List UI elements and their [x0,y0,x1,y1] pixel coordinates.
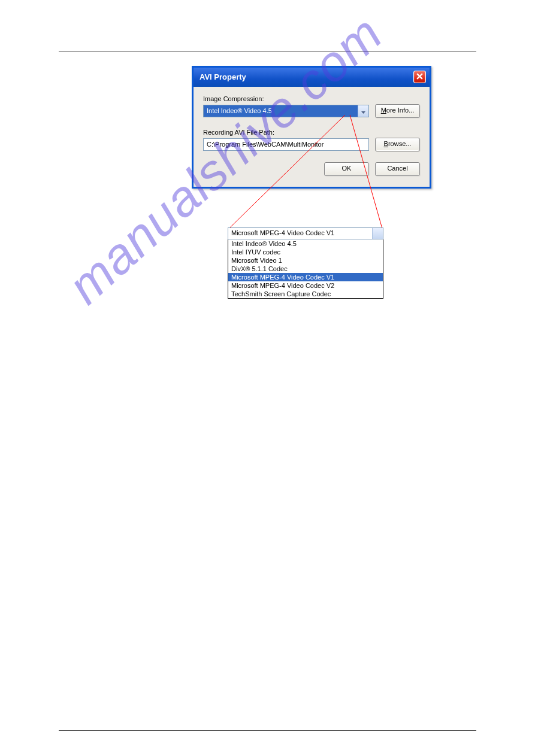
cancel-button[interactable]: Cancel [375,162,420,176]
ok-button[interactable]: OK [324,162,369,176]
browse-accel: B [384,140,388,147]
codec-combo-value: Microsoft MPEG-4 Video Codec V1 [228,228,372,239]
close-button[interactable] [413,71,426,83]
divider-bottom [59,730,476,731]
more-info-accel: M [381,107,386,114]
dialog-title: AVI Property [200,72,246,81]
codec-option-4[interactable]: Microsoft MPEG-4 Video Codec V1 [228,273,383,281]
chevron-down-icon [361,108,365,115]
browse-button[interactable]: Browse... [375,138,420,151]
codec-option-2[interactable]: Microsoft Video 1 [228,256,383,265]
codec-option-1[interactable]: Intel IYUV codec [228,248,383,256]
close-icon [416,72,423,81]
codec-option-5[interactable]: Microsoft MPEG-4 Video Codec V2 [228,281,383,290]
codec-dropdown-list[interactable]: Intel Indeo® Video 4.5 Intel IYUV codec … [228,239,383,299]
codec-dropdown-expanded: Microsoft MPEG-4 Video Codec V1 Intel In… [228,227,383,299]
combo-arrow[interactable] [358,105,368,117]
codec-option-3[interactable]: DivX® 5.1.1 Codec [228,265,383,273]
codec-combo-arrow[interactable] [372,228,383,239]
more-info-text: ore Info... [386,107,414,114]
codec-option-6[interactable]: TechSmith Screen Capture Codec [228,290,383,298]
divider-top [59,51,476,51]
codec-option-0[interactable]: Intel Indeo® Video 4.5 [228,239,383,248]
more-info-button[interactable]: More Info... [375,104,420,118]
browse-text: rowse... [388,140,412,147]
codec-combo-collapsed[interactable]: Microsoft MPEG-4 Video Codec V1 [228,227,383,239]
